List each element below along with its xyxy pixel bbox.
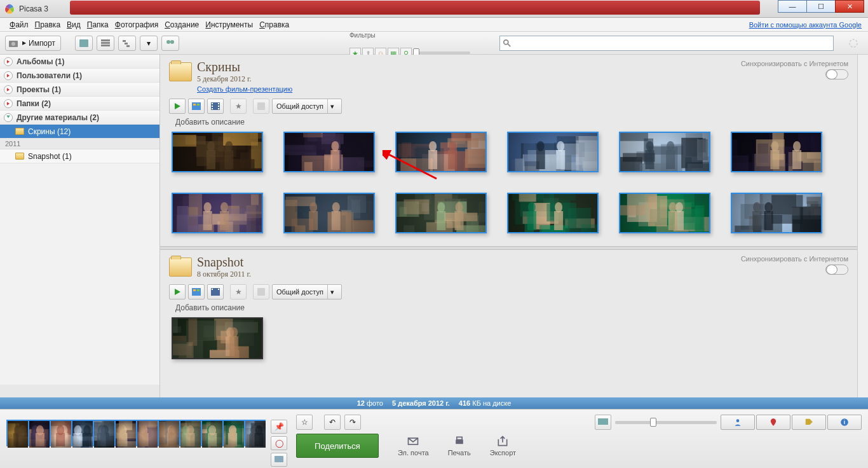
tray-thumbnail[interactable] [158,420,179,446]
sync-toggle[interactable] [825,69,848,79]
thumbnail[interactable] [283,193,375,233]
collage-button[interactable] [188,99,205,114]
svg-rect-15 [192,102,201,110]
sidebar-cat-folders[interactable]: Папки (2) [0,97,159,111]
thumbnail[interactable] [619,132,710,172]
menu-tools[interactable]: Инструменты [202,20,256,29]
view-tree-button[interactable] [118,36,136,51]
favorite-button[interactable]: ☆ [296,415,313,430]
menu-folder[interactable]: Папка [84,20,112,29]
email-button[interactable]: Эл. почта [398,435,429,457]
tray-thumbnail[interactable] [114,420,136,446]
rotate-cw-button[interactable]: ↷ [344,415,361,430]
keyword-tag-button[interactable] [792,415,826,430]
thumbnail[interactable] [283,132,375,172]
view-dropdown-button[interactable]: ▾ [140,36,158,51]
movie-button[interactable] [207,99,224,114]
menu-edit[interactable]: Правка [32,20,64,29]
tray-clear-button[interactable]: ◯ [271,436,287,450]
rotate-ccw-button[interactable]: ↶ [324,415,341,430]
star-button[interactable]: ★ [230,99,247,114]
tray-thumbnail[interactable] [71,420,93,446]
tray-thumbnail[interactable] [222,420,244,446]
folder-title[interactable]: Скрины [197,60,292,74]
vertical-scrollbar[interactable] [857,55,868,397]
collage-button[interactable] [188,284,205,299]
thumbnail[interactable] [172,193,263,233]
people-tag-button[interactable] [721,415,755,430]
search-input[interactable] [514,39,831,48]
menu-photo[interactable]: Фотография [112,20,161,29]
people-button[interactable] [161,36,179,51]
thumbnail[interactable] [395,132,487,172]
tray-add-button[interactable] [271,453,287,467]
svg-line-13 [508,44,510,46]
thumbnail[interactable] [172,317,263,359]
menu-help[interactable]: Справка [256,20,292,29]
tray-thumbnail[interactable] [244,420,266,446]
window-maximize-button[interactable]: ☐ [806,0,836,13]
folder-icon[interactable] [169,62,192,81]
window-close-button[interactable]: ✕ [835,0,864,13]
thumbnail[interactable] [731,193,822,233]
sidebar-cat-other[interactable]: Другие материалы (2) [0,111,159,125]
movie-button[interactable] [207,284,224,299]
sync-panel: Синхронизировать с Интернетом [741,60,848,79]
window-minimize-button[interactable]: — [778,0,807,13]
thumbnail-caption-button[interactable] [595,415,611,430]
tray-thumbnail[interactable] [50,420,71,446]
folder-title[interactable]: Snapshot [197,255,251,270]
menu-bar: Файл Правка Вид Папка Фотография Создани… [0,18,868,32]
svg-rect-27 [192,288,201,296]
sidebar-item-snapshot[interactable]: Snapshot (1) [0,149,159,163]
menu-file[interactable]: Файл [6,20,32,29]
svg-rect-22 [218,103,219,104]
thumbnail[interactable] [172,132,263,172]
share-big-button[interactable]: Поделиться [296,434,379,458]
status-bar: 12 фото 5 декабря 2012 г. 416 КБ на диск… [0,397,868,409]
share-button[interactable]: Общий доступ▾ [272,99,342,114]
folder-block-snapshot: Snapshot 8 октября 2011 г. Синхронизиров… [160,250,857,372]
sidebar-cat-people[interactable]: Пользователи (1) [0,69,159,83]
export-button[interactable]: Экспорт [490,435,516,457]
tray-thumbnail[interactable] [201,420,222,446]
thumbnail[interactable] [619,193,710,233]
folder-description[interactable]: Добавить описание [175,118,848,127]
print-button[interactable]: Печать [448,435,471,457]
tray-pin-button[interactable]: 📌 [271,420,287,434]
slideshow-button[interactable] [169,99,186,114]
sidebar-cat-albums[interactable]: Альбомы (1) [0,55,159,69]
sidebar-cat-projects[interactable]: Проекты (1) [0,83,159,97]
folder-icon[interactable] [169,258,192,277]
thumbnail[interactable] [395,193,487,233]
properties-button[interactable]: i [827,415,862,430]
tray-thumbnail[interactable] [28,420,50,446]
menu-view[interactable]: Вид [64,20,84,29]
menu-create[interactable]: Создание [161,20,202,29]
thumbnail[interactable] [507,193,599,233]
sync-toggle[interactable] [825,265,848,275]
view-flat-button[interactable] [75,36,93,51]
share-button[interactable]: Общий доступ▾ [272,284,342,299]
thumbnail[interactable] [731,132,822,172]
tray-thumbnail[interactable] [136,420,158,446]
tray-thumbnail[interactable] [179,420,201,446]
tray-thumbnail[interactable] [93,420,114,446]
tag-button[interactable] [253,284,269,299]
create-movie-link[interactable]: Создать фильм-презентацию [197,85,292,93]
sidebar-item-selected[interactable]: Скрины (12) [0,125,159,139]
svg-rect-17 [197,104,200,106]
star-button[interactable]: ★ [230,284,247,299]
tray-thumbnail[interactable] [6,420,28,446]
thumbnail[interactable] [507,132,599,172]
slideshow-button[interactable] [169,284,186,299]
zoom-slider[interactable] [615,421,717,424]
geo-tag-button[interactable] [756,415,790,430]
import-button[interactable]: ▶ Импорт [5,36,61,51]
google-signin-link[interactable]: Войти с помощью аккаунта Google [749,21,862,29]
search-box[interactable] [499,36,834,51]
tag-button[interactable] [253,99,269,114]
svg-text:i: i [844,420,845,425]
view-list-button[interactable] [97,36,114,51]
folder-description[interactable]: Добавить описание [175,303,848,312]
